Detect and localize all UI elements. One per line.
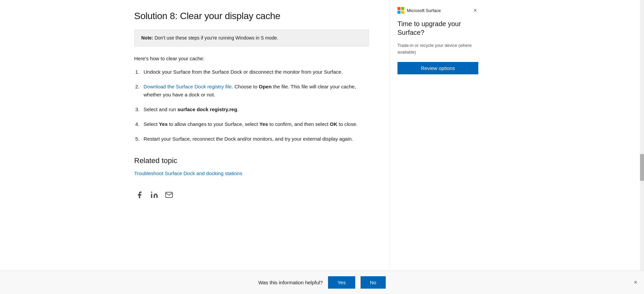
step-3-bold: surface dock registry.reg xyxy=(177,106,237,112)
step-4-yes1: Yes xyxy=(159,121,168,127)
sidebar-panel: Microsoft Surface × Time to upgrade your… xyxy=(389,0,486,294)
download-registry-link[interactable]: Download the Surface Dock registry file xyxy=(144,84,232,89)
step-4-ok: OK xyxy=(330,121,337,127)
svg-point-1 xyxy=(151,192,152,193)
intro-text: Here's how to clear your cache: xyxy=(134,55,369,63)
logo-square-green xyxy=(401,7,404,10)
note-label: Note: xyxy=(141,35,153,41)
step-5: Restart your Surface, reconnect the Dock… xyxy=(141,135,369,143)
step-4-yes2: Yes xyxy=(259,121,268,127)
logo-square-yellow xyxy=(401,11,404,14)
step-2-bold: Open xyxy=(259,84,272,89)
related-topic-heading: Related topic xyxy=(134,156,369,165)
review-options-button[interactable]: Review options xyxy=(397,62,478,74)
logo-square-red xyxy=(397,7,400,10)
panel-title: Time to upgrade your Surface? xyxy=(397,19,478,37)
step-4: Select Yes to allow changes to your Surf… xyxy=(141,120,369,128)
note-box: Note: Don't use these steps if you're ru… xyxy=(134,29,369,47)
step-3-before: Select and run xyxy=(144,106,177,112)
step-5-text: Restart your Surface, reconnect the Dock… xyxy=(144,136,353,142)
step-3: Select and run surface dock registry.reg… xyxy=(141,105,369,114)
scrollbar[interactable] xyxy=(640,0,644,294)
step-3-after: . xyxy=(237,106,238,112)
note-content: Don't use these steps if you're running … xyxy=(155,35,278,41)
ms-logo-squares xyxy=(397,7,404,14)
linkedin-share-icon[interactable] xyxy=(149,190,160,200)
logo-square-blue xyxy=(397,11,400,14)
steps-list: Undock your Surface from the Surface Doc… xyxy=(141,68,369,143)
ms-logo: Microsoft Surface xyxy=(397,7,441,14)
feedback-no-button[interactable]: No xyxy=(361,276,386,289)
email-share-icon[interactable] xyxy=(164,190,174,200)
panel-close-button[interactable]: × xyxy=(472,7,478,14)
step-4-text: Select Yes to allow changes to your Surf… xyxy=(144,121,358,127)
feedback-bar: Was this information helpful? Yes No × xyxy=(0,271,644,294)
ms-logo-text: Microsoft Surface xyxy=(407,8,441,13)
feedback-yes-button[interactable]: Yes xyxy=(328,276,355,289)
main-content: Solution 8: Clear your display cache Not… xyxy=(0,0,389,294)
related-topic-section: Related topic Troubleshoot Surface Dock … xyxy=(134,156,369,176)
note-text: Note: Don't use these steps if you're ru… xyxy=(141,34,362,42)
panel-description: Trade-in or recycle your device (where a… xyxy=(397,42,478,55)
article-title: Solution 8: Clear your display cache xyxy=(134,11,369,21)
feedback-close-button[interactable]: × xyxy=(634,279,637,286)
step-1-text: Undock your Surface from the Surface Doc… xyxy=(144,69,343,75)
panel-header: Microsoft Surface × xyxy=(397,7,478,14)
svg-rect-0 xyxy=(151,194,152,198)
facebook-share-icon[interactable] xyxy=(134,190,145,200)
scrollbar-thumb[interactable] xyxy=(640,154,644,181)
step-1: Undock your Surface from the Surface Doc… xyxy=(141,68,369,76)
related-topic-link[interactable]: Troubleshoot Surface Dock and docking st… xyxy=(134,170,242,176)
social-share-bar xyxy=(134,190,369,200)
step-2: Download the Surface Dock registry file.… xyxy=(141,83,369,99)
feedback-question: Was this information helpful? xyxy=(258,280,323,285)
